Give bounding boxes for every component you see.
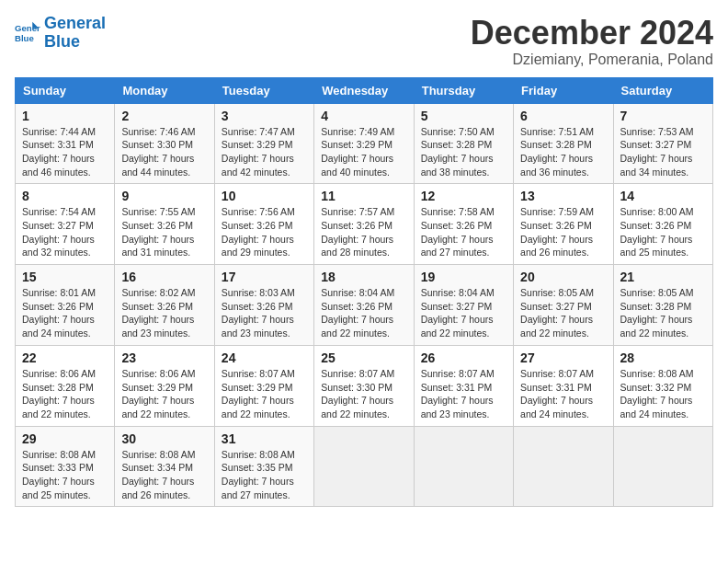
- day-number: 19: [421, 270, 506, 284]
- day-number: 1: [22, 109, 108, 123]
- day-number: 24: [222, 350, 307, 365]
- day-info: Sunrise: 8:00 AM Sunset: 3:26 PM Dayligh…: [620, 205, 706, 259]
- day-info: Sunrise: 7:51 AM Sunset: 3:28 PM Dayligh…: [520, 125, 606, 179]
- day-info: Sunrise: 7:58 AM Sunset: 3:26 PM Dayligh…: [421, 205, 506, 259]
- calendar-day-cell: 31Sunrise: 8:08 AM Sunset: 3:35 PM Dayli…: [214, 426, 313, 507]
- day-number: 10: [222, 189, 307, 203]
- calendar-week-row: 22Sunrise: 8:06 AM Sunset: 3:28 PM Dayli…: [16, 345, 713, 426]
- day-number: 6: [520, 109, 606, 123]
- calendar-day-cell: 21Sunrise: 8:05 AM Sunset: 3:28 PM Dayli…: [613, 265, 712, 346]
- day-number: 7: [620, 109, 706, 123]
- calendar-day-cell: 3Sunrise: 7:47 AM Sunset: 3:29 PM Daylig…: [214, 103, 313, 184]
- calendar-day-cell: 22Sunrise: 8:06 AM Sunset: 3:28 PM Dayli…: [16, 345, 115, 426]
- day-info: Sunrise: 8:07 AM Sunset: 3:29 PM Dayligh…: [222, 367, 307, 421]
- day-number: 11: [321, 189, 406, 203]
- logo-icon: General Blue: [15, 20, 40, 46]
- calendar-day-cell: 25Sunrise: 8:07 AM Sunset: 3:30 PM Dayli…: [314, 345, 414, 426]
- day-info: Sunrise: 7:46 AM Sunset: 3:30 PM Dayligh…: [121, 125, 207, 179]
- day-number: 4: [321, 109, 406, 123]
- day-info: Sunrise: 8:04 AM Sunset: 3:26 PM Dayligh…: [321, 286, 406, 340]
- day-info: Sunrise: 7:56 AM Sunset: 3:26 PM Dayligh…: [222, 205, 307, 259]
- day-info: Sunrise: 8:04 AM Sunset: 3:27 PM Dayligh…: [421, 286, 506, 340]
- day-number: 17: [222, 270, 307, 284]
- calendar-week-row: 8Sunrise: 7:54 AM Sunset: 3:27 PM Daylig…: [16, 184, 713, 265]
- day-info: Sunrise: 7:49 AM Sunset: 3:29 PM Dayligh…: [321, 125, 406, 179]
- calendar-day-cell: 12Sunrise: 7:58 AM Sunset: 3:26 PM Dayli…: [414, 184, 513, 265]
- day-number: 9: [121, 189, 207, 203]
- day-info: Sunrise: 8:08 AM Sunset: 3:33 PM Dayligh…: [22, 448, 108, 502]
- day-info: Sunrise: 8:03 AM Sunset: 3:26 PM Dayligh…: [222, 286, 307, 340]
- day-number: 21: [620, 270, 706, 284]
- day-number: 5: [421, 109, 506, 123]
- weekday-header: Saturday: [613, 77, 712, 103]
- day-info: Sunrise: 7:55 AM Sunset: 3:26 PM Dayligh…: [121, 205, 207, 259]
- calendar-day-cell: 24Sunrise: 8:07 AM Sunset: 3:29 PM Dayli…: [214, 345, 313, 426]
- day-number: 15: [22, 270, 108, 284]
- day-number: 23: [121, 350, 207, 365]
- calendar-day-cell: 18Sunrise: 8:04 AM Sunset: 3:26 PM Dayli…: [314, 265, 414, 346]
- day-info: Sunrise: 8:08 AM Sunset: 3:34 PM Dayligh…: [121, 448, 207, 502]
- calendar-day-cell: [314, 426, 414, 507]
- header: General Blue General Blue December 2024 …: [15, 15, 713, 68]
- day-number: 30: [121, 431, 207, 446]
- day-number: 31: [222, 431, 307, 446]
- calendar-day-cell: 15Sunrise: 8:01 AM Sunset: 3:26 PM Dayli…: [16, 265, 115, 346]
- day-info: Sunrise: 7:50 AM Sunset: 3:28 PM Dayligh…: [421, 125, 506, 179]
- month-title: December 2024: [471, 15, 713, 52]
- calendar-day-cell: [414, 426, 513, 507]
- day-info: Sunrise: 8:06 AM Sunset: 3:29 PM Dayligh…: [121, 367, 207, 421]
- calendar-body: 1Sunrise: 7:44 AM Sunset: 3:31 PM Daylig…: [16, 103, 713, 507]
- calendar-day-cell: 14Sunrise: 8:00 AM Sunset: 3:26 PM Dayli…: [613, 184, 712, 265]
- day-number: 29: [22, 431, 108, 446]
- day-number: 12: [421, 189, 506, 203]
- calendar-day-cell: 30Sunrise: 8:08 AM Sunset: 3:34 PM Dayli…: [115, 426, 214, 507]
- calendar-day-cell: 5Sunrise: 7:50 AM Sunset: 3:28 PM Daylig…: [414, 103, 513, 184]
- day-number: 20: [520, 270, 606, 284]
- calendar-week-row: 1Sunrise: 7:44 AM Sunset: 3:31 PM Daylig…: [16, 103, 713, 184]
- day-number: 13: [520, 189, 606, 203]
- weekday-header: Wednesday: [314, 77, 414, 103]
- calendar-day-cell: 10Sunrise: 7:56 AM Sunset: 3:26 PM Dayli…: [214, 184, 313, 265]
- day-number: 22: [22, 350, 108, 365]
- calendar-day-cell: 6Sunrise: 7:51 AM Sunset: 3:28 PM Daylig…: [514, 103, 613, 184]
- logo-blue: Blue: [44, 32, 80, 51]
- day-number: 18: [321, 270, 406, 284]
- day-info: Sunrise: 8:08 AM Sunset: 3:32 PM Dayligh…: [620, 367, 706, 421]
- calendar-day-cell: 27Sunrise: 8:07 AM Sunset: 3:31 PM Dayli…: [514, 345, 613, 426]
- day-number: 2: [121, 109, 207, 123]
- calendar-day-cell: 9Sunrise: 7:55 AM Sunset: 3:26 PM Daylig…: [115, 184, 214, 265]
- calendar-day-cell: 11Sunrise: 7:57 AM Sunset: 3:26 PM Dayli…: [314, 184, 414, 265]
- weekday-header: Thursday: [414, 77, 513, 103]
- day-info: Sunrise: 8:05 AM Sunset: 3:28 PM Dayligh…: [620, 286, 706, 340]
- day-info: Sunrise: 7:57 AM Sunset: 3:26 PM Dayligh…: [321, 205, 406, 259]
- day-number: 8: [22, 189, 108, 203]
- day-info: Sunrise: 8:07 AM Sunset: 3:31 PM Dayligh…: [520, 367, 606, 421]
- day-number: 28: [620, 350, 706, 365]
- day-info: Sunrise: 7:53 AM Sunset: 3:27 PM Dayligh…: [620, 125, 706, 179]
- day-number: 3: [222, 109, 307, 123]
- weekday-header: Sunday: [16, 77, 115, 103]
- day-info: Sunrise: 8:08 AM Sunset: 3:35 PM Dayligh…: [222, 448, 307, 502]
- calendar-header-row: SundayMondayTuesdayWednesdayThursdayFrid…: [16, 77, 713, 103]
- calendar-day-cell: 1Sunrise: 7:44 AM Sunset: 3:31 PM Daylig…: [16, 103, 115, 184]
- calendar-day-cell: 23Sunrise: 8:06 AM Sunset: 3:29 PM Dayli…: [115, 345, 214, 426]
- day-number: 26: [421, 350, 506, 365]
- day-info: Sunrise: 8:02 AM Sunset: 3:26 PM Dayligh…: [121, 286, 207, 340]
- day-info: Sunrise: 8:05 AM Sunset: 3:27 PM Dayligh…: [520, 286, 606, 340]
- calendar-day-cell: 20Sunrise: 8:05 AM Sunset: 3:27 PM Dayli…: [514, 265, 613, 346]
- day-info: Sunrise: 8:07 AM Sunset: 3:31 PM Dayligh…: [421, 367, 506, 421]
- day-number: 14: [620, 189, 706, 203]
- calendar-day-cell: 17Sunrise: 8:03 AM Sunset: 3:26 PM Dayli…: [214, 265, 313, 346]
- calendar-day-cell: 2Sunrise: 7:46 AM Sunset: 3:30 PM Daylig…: [115, 103, 214, 184]
- day-info: Sunrise: 7:47 AM Sunset: 3:29 PM Dayligh…: [222, 125, 307, 179]
- weekday-header: Friday: [514, 77, 613, 103]
- calendar-day-cell: 4Sunrise: 7:49 AM Sunset: 3:29 PM Daylig…: [314, 103, 414, 184]
- day-number: 16: [121, 270, 207, 284]
- logo-general: General: [44, 14, 106, 32]
- calendar-day-cell: 13Sunrise: 7:59 AM Sunset: 3:26 PM Dayli…: [514, 184, 613, 265]
- calendar-day-cell: 7Sunrise: 7:53 AM Sunset: 3:27 PM Daylig…: [613, 103, 712, 184]
- logo: General Blue General Blue: [15, 15, 106, 52]
- calendar-week-row: 29Sunrise: 8:08 AM Sunset: 3:33 PM Dayli…: [16, 426, 713, 507]
- calendar-day-cell: [514, 426, 613, 507]
- calendar-day-cell: 16Sunrise: 8:02 AM Sunset: 3:26 PM Dayli…: [115, 265, 214, 346]
